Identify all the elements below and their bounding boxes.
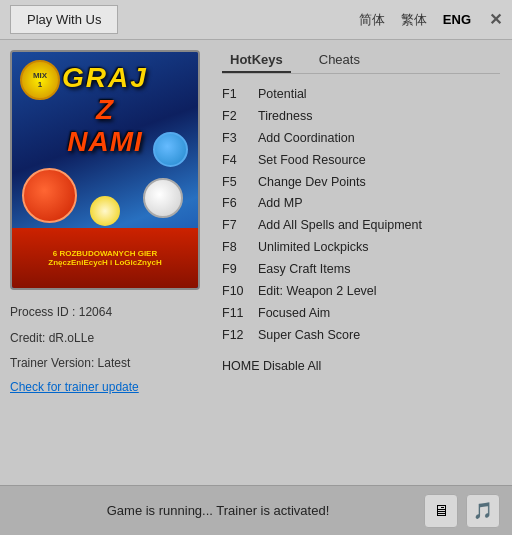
game-cover-image: MIX 1 GRAJ Z NAMI NVMEGames.com 6 ROZBUD… <box>10 50 200 290</box>
hotkey-item: F6Add MP <box>222 193 500 215</box>
lang-english-button[interactable]: ENG <box>439 10 475 29</box>
hotkey-action: Add All Spells and Equipment <box>258 215 422 237</box>
hotkey-key: F7 <box>222 215 254 237</box>
hotkey-action: Add MP <box>258 193 302 215</box>
bottom-bar: Game is running... Trainer is activated!… <box>0 485 512 535</box>
badge-text: MIX 1 <box>33 71 47 89</box>
hotkeys-list: F1PotentialF2TirednessF3Add Coordination… <box>222 84 500 347</box>
top-bar: Play With Us 简体 繁体 ENG ✕ <box>0 0 512 40</box>
trainer-version: Trainer Version: Latest <box>10 353 200 375</box>
tab-hotkeys[interactable]: HotKeys <box>222 48 291 73</box>
hotkey-key: F6 <box>222 193 254 215</box>
left-panel: MIX 1 GRAJ Z NAMI NVMEGames.com 6 ROZBUD… <box>0 40 210 485</box>
hotkey-action: Change Dev Points <box>258 172 366 194</box>
monitor-button[interactable]: 🖥 <box>424 494 458 528</box>
hotkey-action: Easy Craft Items <box>258 259 350 281</box>
hotkey-key: F3 <box>222 128 254 150</box>
play-with-us-button[interactable]: Play With Us <box>10 5 118 34</box>
character-blob-4 <box>90 196 120 226</box>
hotkey-action: Potential <box>258 84 307 106</box>
main-content: MIX 1 GRAJ Z NAMI NVMEGames.com 6 ROZBUD… <box>0 40 512 485</box>
game-bottom-text: 6 ROZBUDOWANYCH GIER ZnęczEniEcycH i LoG… <box>48 249 161 267</box>
hotkey-action: Edit: Weapon 2 Level <box>258 281 377 303</box>
game-title-line2: Z NAMI <box>59 94 152 158</box>
close-button[interactable]: ✕ <box>489 10 502 29</box>
hotkey-action: Tiredness <box>258 106 312 128</box>
hotkey-item: F8Unlimited Lockpicks <box>222 237 500 259</box>
right-panel: HotKeys Cheats F1PotentialF2TirednessF3A… <box>210 40 512 485</box>
bottom-icons: 🖥 🎵 <box>424 494 500 528</box>
hotkey-item: F11Focused Aim <box>222 303 500 325</box>
hotkey-item: F4Set Food Resource <box>222 150 500 172</box>
tabs-bar: HotKeys Cheats <box>222 48 500 74</box>
status-message: Game is running... Trainer is activated! <box>12 503 424 518</box>
hotkey-action: Set Food Resource <box>258 150 366 172</box>
hotkey-key: F11 <box>222 303 254 325</box>
tab-cheats[interactable]: Cheats <box>311 48 368 73</box>
trainer-update-link[interactable]: Check for trainer update <box>10 380 139 394</box>
game-badge: MIX 1 <box>20 60 60 100</box>
lang-simplified-button[interactable]: 简体 <box>355 9 389 31</box>
hotkey-key: F5 <box>222 172 254 194</box>
hotkey-action: Focused Aim <box>258 303 330 325</box>
lang-traditional-button[interactable]: 繁体 <box>397 9 431 31</box>
credit-line: Credit: dR.oLLe <box>10 328 200 350</box>
character-blob-2 <box>143 178 183 218</box>
game-title-line1: GRAJ <box>59 62 152 94</box>
hotkey-item: F10Edit: Weapon 2 Level <box>222 281 500 303</box>
hotkey-item: F7Add All Spells and Equipment <box>222 215 500 237</box>
music-button[interactable]: 🎵 <box>466 494 500 528</box>
hotkey-key: F10 <box>222 281 254 303</box>
hotkey-key: F12 <box>222 325 254 347</box>
game-bottom-banner: 6 ROZBUDOWANYCH GIER ZnęczEniEcycH i LoG… <box>12 228 198 288</box>
hotkey-item: F3Add Coordination <box>222 128 500 150</box>
hotkey-key: F8 <box>222 237 254 259</box>
hotkey-action: Unlimited Lockpicks <box>258 237 368 259</box>
hotkey-action: Add Coordination <box>258 128 355 150</box>
hotkey-item: F9Easy Craft Items <box>222 259 500 281</box>
hotkey-item: F5Change Dev Points <box>222 172 500 194</box>
character-blob-1 <box>22 168 77 223</box>
character-blob-3 <box>153 132 188 167</box>
hotkey-key: F9 <box>222 259 254 281</box>
hotkey-item: F1Potential <box>222 84 500 106</box>
music-icon: 🎵 <box>473 501 493 520</box>
hotkey-item: F2Tiredness <box>222 106 500 128</box>
monitor-icon: 🖥 <box>433 502 449 520</box>
game-title-art: GRAJ Z NAMI <box>59 62 152 158</box>
language-selector: 简体 繁体 ENG ✕ <box>355 9 502 31</box>
process-info: Process ID : 12064 Credit: dR.oLLe Train… <box>10 298 200 402</box>
hotkey-key: F1 <box>222 84 254 106</box>
hotkey-item: F12Super Cash Score <box>222 325 500 347</box>
home-action: HOME Disable All <box>222 359 500 373</box>
process-id: Process ID : 12064 <box>10 302 200 324</box>
hotkey-action: Super Cash Score <box>258 325 360 347</box>
hotkey-key: F4 <box>222 150 254 172</box>
hotkey-key: F2 <box>222 106 254 128</box>
